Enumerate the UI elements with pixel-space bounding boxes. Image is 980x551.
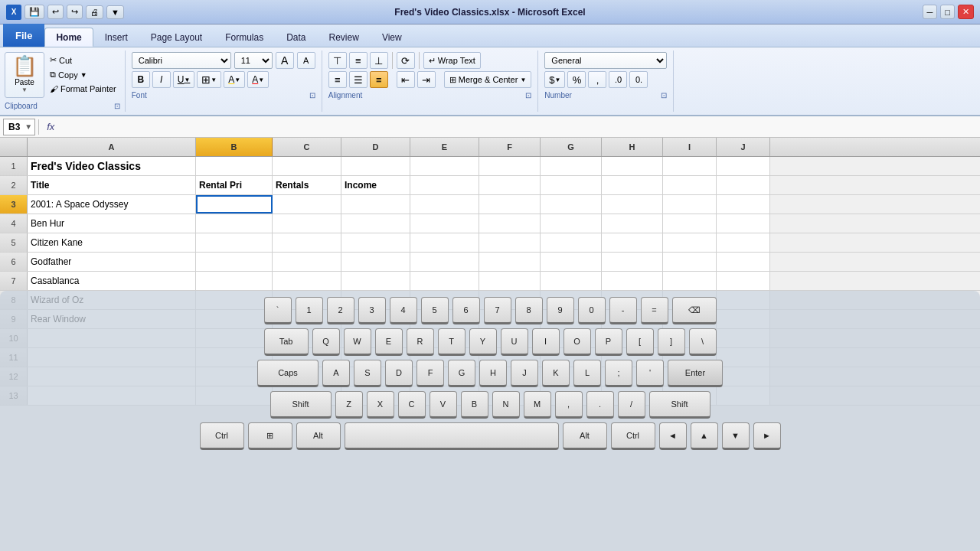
key-c[interactable]: C bbox=[398, 391, 426, 419]
cell[interactable] bbox=[602, 272, 663, 290]
font-size-increase-button[interactable]: A bbox=[276, 52, 294, 69]
cell[interactable] bbox=[410, 176, 479, 194]
key-a[interactable]: A bbox=[322, 360, 350, 387]
paste-button[interactable]: 📋 Paste ▼ bbox=[5, 52, 44, 98]
key-3[interactable]: 3 bbox=[358, 297, 386, 324]
align-middle-button[interactable]: ≡ bbox=[349, 52, 368, 69]
font-size-decrease-button[interactable]: A bbox=[297, 52, 315, 69]
tab-review[interactable]: Review bbox=[318, 28, 371, 47]
cell[interactable] bbox=[196, 253, 273, 271]
currency-button[interactable]: $▼ bbox=[544, 71, 565, 88]
key-g[interactable]: G bbox=[448, 360, 475, 387]
cell[interactable] bbox=[541, 233, 602, 252]
name-box-arrow[interactable]: ▼ bbox=[24, 122, 34, 131]
customize-qat-button[interactable]: ▼ bbox=[106, 5, 124, 19]
col-header-b[interactable]: B bbox=[196, 138, 273, 156]
cell[interactable] bbox=[717, 214, 770, 233]
key-u[interactable]: U bbox=[501, 328, 528, 356]
tab-data[interactable]: Data bbox=[275, 28, 317, 47]
cell[interactable] bbox=[541, 157, 602, 175]
key-4[interactable]: 4 bbox=[390, 297, 417, 324]
copy-button[interactable]: ⧉ Copy ▼ bbox=[46, 68, 120, 81]
cell[interactable] bbox=[273, 157, 341, 175]
number-expand-icon[interactable]: ⊡ bbox=[661, 91, 667, 99]
comma-button[interactable]: , bbox=[588, 71, 606, 88]
cell[interactable] bbox=[663, 233, 717, 252]
key-n[interactable]: N bbox=[492, 391, 520, 419]
italic-button[interactable]: I bbox=[152, 71, 171, 88]
key-period[interactable]: . bbox=[586, 391, 614, 419]
redo-button[interactable]: ↪ bbox=[67, 5, 83, 19]
percent-button[interactable]: % bbox=[567, 71, 586, 88]
fill-color-button[interactable]: A ▼ bbox=[224, 71, 245, 88]
align-center-button[interactable]: ☰ bbox=[349, 71, 368, 88]
cell[interactable] bbox=[541, 195, 602, 214]
key-z[interactable]: Z bbox=[335, 391, 363, 419]
indent-increase-button[interactable]: ⇥ bbox=[417, 71, 436, 88]
cell[interactable] bbox=[717, 233, 770, 252]
key-5[interactable]: 5 bbox=[421, 297, 449, 324]
cell[interactable] bbox=[410, 195, 479, 214]
key-alt-right[interactable]: Alt bbox=[563, 422, 607, 450]
cell[interactable]: Rentals bbox=[273, 176, 341, 194]
key-d[interactable]: D bbox=[385, 360, 413, 387]
cell[interactable]: Ben Hur bbox=[28, 214, 196, 233]
col-header-g[interactable]: G bbox=[541, 138, 602, 156]
tab-formulas[interactable]: Formulas bbox=[214, 28, 275, 47]
key-i[interactable]: I bbox=[532, 328, 560, 356]
clipboard-expand-icon[interactable]: ⊡ bbox=[114, 102, 120, 110]
key-backtick[interactable]: ` bbox=[264, 297, 292, 324]
font-expand-icon[interactable]: ⊡ bbox=[309, 91, 315, 99]
key-l[interactable]: L bbox=[573, 360, 601, 387]
format-painter-button[interactable]: 🖌 Format Painter bbox=[46, 83, 120, 95]
key-2[interactable]: 2 bbox=[327, 297, 354, 324]
key-arrow-up[interactable]: ▲ bbox=[691, 422, 718, 450]
col-header-e[interactable]: E bbox=[410, 138, 479, 156]
cell[interactable] bbox=[602, 157, 663, 175]
minimize-button[interactable]: ─ bbox=[923, 5, 938, 19]
key-r[interactable]: R bbox=[407, 328, 434, 356]
wrap-text-button[interactable]: ↵ Wrap Text bbox=[423, 52, 481, 69]
key-7[interactable]: 7 bbox=[484, 297, 511, 324]
cell[interactable] bbox=[341, 253, 410, 271]
decrease-decimal-button[interactable]: 0. bbox=[629, 71, 648, 88]
align-right-button[interactable]: ≡ bbox=[370, 71, 388, 88]
cell[interactable] bbox=[341, 233, 410, 252]
key-m[interactable]: M bbox=[524, 391, 551, 419]
cell[interactable] bbox=[341, 214, 410, 233]
align-bottom-button[interactable]: ⊥ bbox=[370, 52, 388, 69]
cell[interactable] bbox=[479, 233, 541, 252]
key-0[interactable]: 0 bbox=[578, 297, 606, 324]
cell[interactable] bbox=[663, 214, 717, 233]
key-ctrl-left[interactable]: Ctrl bbox=[200, 422, 244, 450]
cell[interactable]: Godfather bbox=[28, 253, 196, 271]
key-e[interactable]: E bbox=[375, 328, 403, 356]
increase-decimal-button[interactable]: .0 bbox=[609, 71, 627, 88]
cell[interactable] bbox=[410, 233, 479, 252]
col-header-j[interactable]: J bbox=[717, 138, 770, 156]
col-header-f[interactable]: F bbox=[479, 138, 541, 156]
number-format-select[interactable]: General bbox=[544, 52, 667, 69]
cell[interactable] bbox=[273, 214, 341, 233]
cell[interactable] bbox=[479, 157, 541, 175]
col-header-i[interactable]: I bbox=[663, 138, 717, 156]
key-alt-left[interactable]: Alt bbox=[296, 422, 341, 450]
cell[interactable]: Rental Pri bbox=[196, 176, 273, 194]
cell[interactable]: 2001: A Space Odyssey bbox=[28, 195, 196, 214]
cell[interactable] bbox=[602, 233, 663, 252]
col-header-d[interactable]: D bbox=[341, 138, 410, 156]
border-button[interactable]: ⊞▼ bbox=[197, 71, 221, 88]
alignment-expand-icon[interactable]: ⊡ bbox=[525, 91, 531, 99]
underline-button[interactable]: U ▼ bbox=[173, 71, 195, 88]
key-9[interactable]: 9 bbox=[547, 297, 574, 324]
key-enter[interactable]: Enter bbox=[668, 360, 723, 387]
key-q[interactable]: Q bbox=[312, 328, 340, 356]
key-shift-right[interactable]: Shift bbox=[649, 391, 710, 419]
align-left-button[interactable]: ≡ bbox=[328, 71, 347, 88]
save-button[interactable]: 💾 bbox=[24, 5, 44, 19]
cell[interactable] bbox=[410, 157, 479, 175]
cell[interactable] bbox=[341, 157, 410, 175]
tab-page-layout[interactable]: Page Layout bbox=[139, 28, 214, 47]
indent-decrease-button[interactable]: ⇤ bbox=[397, 71, 415, 88]
cell[interactable] bbox=[663, 157, 717, 175]
